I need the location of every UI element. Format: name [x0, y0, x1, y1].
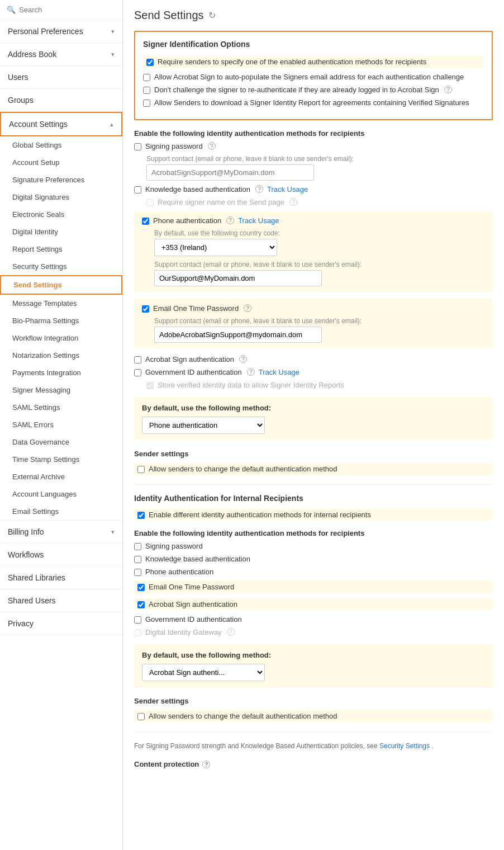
sidebar-item-label: Groups — [8, 96, 34, 105]
cb-allow-change-default-method-checkbox[interactable] — [137, 466, 145, 473]
cb-internal-knowledge-based-checkbox[interactable] — [134, 556, 141, 563]
track-usage-gov-id-link[interactable]: Track Usage — [259, 368, 299, 376]
sidebar-item-bio-pharma-settings[interactable]: Bio-Pharma Settings — [0, 312, 122, 329]
sidebar-item-payments-integration[interactable]: Payments Integration — [0, 364, 122, 381]
sidebar-item-message-templates[interactable]: Message Templates — [0, 295, 122, 312]
sidebar-item-privacy[interactable]: Privacy — [0, 612, 122, 635]
sidebar-item-personal-preferences[interactable]: Personal Preferences ▾ — [0, 20, 122, 42]
sidebar-item-shared-libraries[interactable]: Shared Libraries — [0, 566, 122, 589]
sidebar-item-workflow-integration[interactable]: Workflow Integration — [0, 329, 122, 347]
sidebar-item-time-stamp-settings[interactable]: Time Stamp Settings — [0, 451, 122, 468]
internal-default-method-select[interactable]: Acrobat Sign authenti... Email One Time … — [142, 664, 265, 681]
sidebar-item-digital-signatures[interactable]: Digital Signatures — [0, 188, 122, 206]
sidebar-item-label: Address Book — [8, 50, 56, 59]
cb-internal-signing-password-checkbox[interactable] — [134, 543, 141, 550]
cb-internal-knowledge-based-label: Knowledge based authentication — [145, 555, 250, 563]
internal-sender-settings-title: Sender settings — [134, 697, 493, 705]
sidebar-item-email-settings[interactable]: Email Settings — [0, 503, 122, 520]
cb-store-verified-label: Store verified identity data to allow Si… — [158, 381, 344, 389]
internal-default-method-box: By default, use the following method: Ac… — [134, 644, 493, 688]
sidebar-item-groups[interactable]: Groups — [0, 89, 122, 111]
signing-pwd-support-input[interactable] — [146, 164, 314, 181]
sidebar-item-signature-preferences[interactable]: Signature Preferences — [0, 171, 122, 188]
security-settings-link[interactable]: Security Settings — [379, 742, 430, 750]
track-usage-kba-link[interactable]: Track Usage — [267, 185, 308, 193]
cb-phone-auth: Phone authentication ? Track Usage — [142, 216, 485, 225]
cb-internal-allow-change-default-method-checkbox[interactable] — [137, 713, 145, 720]
cb-auto-populate-label: Allow Acrobat Sign to auto-populate the … — [154, 73, 464, 81]
cb-require-signer-name-checkbox — [146, 199, 154, 206]
sidebar-item-shared-users[interactable]: Shared Users — [0, 589, 122, 612]
sidebar-item-saml-settings[interactable]: SAML Settings — [0, 399, 122, 416]
phone-support-input[interactable] — [154, 270, 322, 286]
cb-enable-internal-auth-label: Enable different identity authentication… — [149, 511, 371, 519]
cb-dont-challenge-checkbox[interactable] — [143, 87, 150, 94]
cb-auto-populate-checkbox[interactable] — [143, 74, 150, 81]
cb-dont-challenge-label: Don't challenge the signer to re-authent… — [154, 86, 439, 94]
sidebar-item-security-settings[interactable]: Security Settings — [0, 258, 122, 275]
cb-internal-acrobat-sign-auth-checkbox[interactable] — [137, 601, 145, 608]
cb-internal-phone-auth-checkbox[interactable] — [134, 569, 141, 576]
cb-email-otp-checkbox[interactable] — [142, 305, 149, 313]
phone-country-code-label: By default, use the following country co… — [154, 229, 485, 237]
signer-identification-title: Signer Identification Options — [143, 40, 484, 49]
sidebar-item-report-settings[interactable]: Report Settings — [0, 240, 122, 258]
default-method-select[interactable]: Phone authentication Email One Time Pass… — [142, 417, 265, 434]
cb-internal-government-id-label: Government ID authentication — [145, 615, 242, 624]
cb-auto-populate: Allow Acrobat Sign to auto-populate the … — [143, 73, 484, 81]
sidebar-item-users[interactable]: Users — [0, 66, 122, 88]
track-usage-phone-link[interactable]: Track Usage — [238, 216, 279, 225]
sidebar-item-billing-info[interactable]: Billing Info ▾ — [0, 521, 122, 543]
footer-end-text: . — [431, 742, 433, 750]
main-content: Send Settings ↻ Signer Identification Op… — [123, 0, 504, 850]
cb-acrobat-sign-auth-checkbox[interactable] — [134, 356, 141, 363]
email-otp-support-input[interactable] — [154, 327, 322, 343]
cb-government-id-checkbox[interactable] — [134, 369, 141, 376]
sender-settings-title: Sender settings — [134, 450, 493, 458]
cb-email-otp: Email One Time Password ? — [142, 304, 485, 313]
cb-allow-download-report: Allow Senders to download a Signer Ident… — [143, 98, 484, 107]
sidebar-item-saml-errors[interactable]: SAML Errors — [0, 416, 122, 433]
cb-internal-acrobat-sign-auth-label: Acrobat Sign authentication — [149, 600, 237, 608]
sidebar-item-address-book[interactable]: Address Book ▾ — [0, 43, 122, 65]
cb-internal-government-id-checkbox[interactable] — [134, 616, 141, 624]
sidebar-item-external-archive[interactable]: External Archive — [0, 468, 122, 485]
cb-require-signer-name-label: Require signer name on the Send page — [158, 198, 284, 206]
cb-require-auth-method-checkbox[interactable] — [146, 59, 154, 66]
cb-allow-download-report-checkbox[interactable] — [143, 100, 150, 107]
cb-enable-internal-auth-checkbox[interactable] — [137, 512, 145, 519]
cb-acrobat-sign-auth-label: Acrobat Sign authentication — [145, 355, 234, 363]
sidebar: 🔍 Personal Preferences ▾ Address Book ▾ … — [0, 0, 123, 850]
sidebar-item-account-languages[interactable]: Account Languages — [0, 485, 122, 503]
cb-signing-password-checkbox[interactable] — [134, 143, 141, 150]
cb-internal-allow-change-default-method-label: Allow senders to change the default auth… — [149, 712, 337, 720]
sidebar-item-account-setup[interactable]: Account Setup — [0, 154, 122, 171]
cb-internal-signing-password: Signing password — [134, 542, 493, 550]
cb-knowledge-based-checkbox[interactable] — [134, 186, 141, 193]
sidebar-item-account-settings[interactable]: Account Settings ▴ — [0, 112, 122, 136]
sidebar-item-workflows[interactable]: Workflows — [0, 544, 122, 566]
footer-note-text: For Signing Password strength and Knowle… — [134, 742, 378, 750]
cb-phone-auth-checkbox[interactable] — [142, 218, 149, 225]
default-method-label: By default, use the following method: — [142, 404, 485, 412]
chevron-down-icon: ▾ — [111, 51, 115, 58]
cb-store-verified-checkbox — [146, 382, 154, 389]
refresh-icon[interactable]: ↻ — [208, 10, 216, 21]
sidebar-item-signer-messaging[interactable]: Signer Messaging — [0, 381, 122, 399]
sidebar-item-digital-identity[interactable]: Digital Identity — [0, 223, 122, 240]
sender-settings-section: Sender settings Allow senders to change … — [134, 450, 493, 475]
phone-country-code-select[interactable]: +353 (Ireland) — [154, 239, 277, 256]
sidebar-item-global-settings[interactable]: Global Settings — [0, 136, 122, 154]
sidebar-item-electronic-seals[interactable]: Electronic Seals — [0, 206, 122, 223]
signing-pwd-support-label: Support contact (email or phone, leave i… — [146, 155, 493, 163]
cb-allow-download-report-label: Allow Senders to download a Signer Ident… — [154, 98, 469, 107]
cb-internal-email-otp-checkbox[interactable] — [137, 584, 145, 591]
cb-government-id: Government ID authentication ? Track Usa… — [134, 368, 493, 376]
search-input[interactable] — [19, 6, 116, 14]
cb-internal-email-otp: Email One Time Password — [134, 580, 493, 593]
sidebar-item-notarization-settings[interactable]: Notarization Settings — [0, 347, 122, 364]
sidebar-item-data-governance[interactable]: Data Governance — [0, 433, 122, 451]
page-title: Send Settings — [134, 9, 204, 22]
help-icon-acrobat-sign: ? — [239, 355, 247, 363]
sidebar-item-send-settings[interactable]: Send Settings — [0, 275, 122, 295]
